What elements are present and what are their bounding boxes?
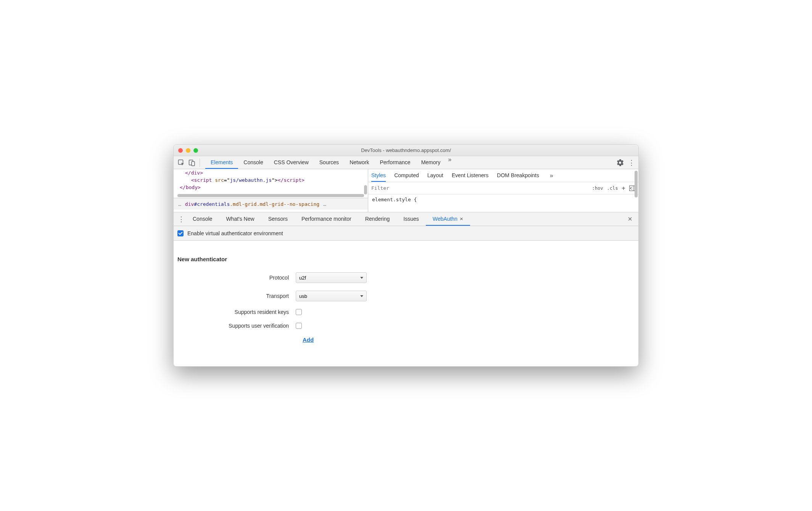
svg-rect-2: [192, 162, 195, 166]
traffic-lights: [178, 148, 198, 153]
styles-sidebar: Styles Computed Layout Event Listeners D…: [368, 169, 638, 212]
stab-computed[interactable]: Computed: [394, 169, 419, 182]
elements-panel: </div> <script src="js/webauthn.js"></sc…: [174, 169, 638, 212]
drawer-tab-console[interactable]: Console: [186, 212, 219, 226]
drawer-tab-whats-new[interactable]: What's New: [219, 212, 261, 226]
breadcrumb-ellipsis-left[interactable]: …: [178, 201, 181, 207]
hov-toggle[interactable]: :hov: [592, 186, 603, 191]
cls-toggle[interactable]: .cls: [607, 186, 618, 191]
resident-keys-label: Supports resident keys: [177, 309, 296, 315]
tab-sources[interactable]: Sources: [314, 156, 344, 169]
stab-event-listeners[interactable]: Event Listeners: [452, 169, 489, 182]
styles-filter-input[interactable]: [371, 185, 592, 191]
new-authenticator-heading: New authenticator: [177, 256, 635, 262]
devtools-window: DevTools - webauthndemo.appspot.com/ Ele…: [173, 144, 639, 367]
enable-row: Enable virtual authenticator environment: [174, 226, 638, 241]
webauthn-panel: New authenticator Protocol u2f Transport…: [174, 241, 638, 366]
chevron-down-icon: [360, 277, 363, 279]
drawer-tabs: ⋮ Console What's New Sensors Performance…: [174, 212, 638, 226]
enable-label: Enable virtual authenticator environment: [187, 230, 283, 236]
protocol-label: Protocol: [177, 275, 296, 281]
styles-filter-row: :hov .cls +: [368, 182, 638, 194]
horizontal-scrollbar[interactable]: [177, 194, 364, 197]
breadcrumb-ellipsis-right[interactable]: …: [323, 201, 326, 207]
drawer-tab-webauthn[interactable]: WebAuthn ×: [426, 212, 470, 226]
chevron-down-icon: [360, 295, 363, 297]
styles-content[interactable]: element.style {: [368, 194, 638, 205]
tab-elements[interactable]: Elements: [205, 156, 238, 169]
breadcrumb: … div#credentials.mdl-grid.mdl-grid--no-…: [174, 198, 368, 210]
device-toolbar-icon[interactable]: [187, 157, 197, 168]
drawer-tab-issues[interactable]: Issues: [396, 212, 425, 226]
stab-styles[interactable]: Styles: [371, 169, 386, 182]
supports-user-verification-checkbox[interactable]: [296, 323, 302, 329]
tab-memory[interactable]: Memory: [416, 156, 446, 169]
dom-tree[interactable]: </div> <script src="js/webauthn.js"></sc…: [174, 169, 368, 212]
supports-resident-keys-checkbox[interactable]: [296, 309, 302, 315]
add-authenticator-link[interactable]: Add: [303, 336, 314, 343]
tab-network[interactable]: Network: [344, 156, 374, 169]
stab-layout[interactable]: Layout: [427, 169, 443, 182]
drawer-more-icon[interactable]: ⋮: [177, 215, 186, 223]
tabs-overflow-icon[interactable]: »: [446, 156, 454, 169]
new-style-rule-icon[interactable]: +: [622, 184, 625, 192]
styles-tabs-overflow-icon[interactable]: »: [548, 172, 556, 179]
protocol-select[interactable]: u2f: [296, 272, 367, 283]
main-tabs: Elements Console CSS Overview Sources Ne…: [205, 156, 615, 169]
minimize-window-button[interactable]: [186, 148, 190, 153]
settings-gear-icon[interactable]: [615, 157, 625, 168]
enable-virtual-authenticator-checkbox[interactable]: [177, 230, 184, 236]
vertical-scrollbar[interactable]: [364, 185, 367, 194]
drawer-tab-sensors[interactable]: Sensors: [261, 212, 295, 226]
styles-scrollbar[interactable]: [635, 171, 638, 197]
maximize-window-button[interactable]: [193, 148, 198, 153]
close-window-button[interactable]: [178, 148, 183, 153]
window-title: DevTools - webauthndemo.appspot.com/: [178, 147, 634, 153]
breadcrumb-node[interactable]: div#credentials.mdl-grid.mdl-grid--no-sp…: [185, 201, 319, 207]
titlebar: DevTools - webauthndemo.appspot.com/: [174, 145, 638, 156]
stab-dom-breakpoints[interactable]: DOM Breakpoints: [497, 169, 539, 182]
close-drawer-icon[interactable]: ×: [625, 215, 635, 223]
tab-css-overview[interactable]: CSS Overview: [269, 156, 314, 169]
main-tabs-bar: Elements Console CSS Overview Sources Ne…: [174, 156, 638, 169]
tab-performance[interactable]: Performance: [374, 156, 416, 169]
drawer-tab-rendering[interactable]: Rendering: [358, 212, 397, 226]
drawer-tab-performance-monitor[interactable]: Performance monitor: [295, 212, 358, 226]
inspect-element-icon[interactable]: [176, 157, 187, 168]
user-verification-label: Supports user verification: [177, 323, 296, 329]
transport-select[interactable]: usb: [296, 291, 367, 301]
more-menu-icon[interactable]: ⋮: [627, 157, 636, 168]
transport-label: Transport: [177, 293, 296, 299]
close-tab-icon[interactable]: ×: [460, 215, 463, 222]
styles-tabs: Styles Computed Layout Event Listeners D…: [368, 169, 638, 182]
tab-console[interactable]: Console: [238, 156, 268, 169]
